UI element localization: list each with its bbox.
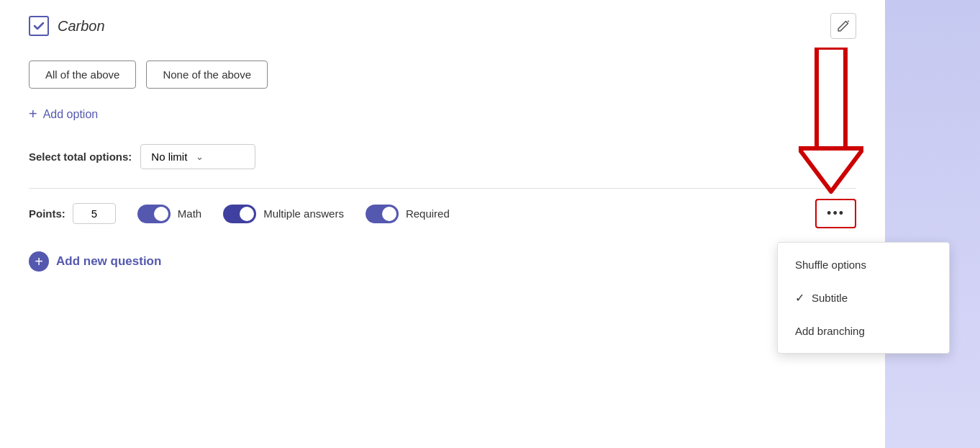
select-total-label: Select total options: [29,151,132,163]
right-sidebar [885,0,980,448]
svg-marker-2 [799,148,863,192]
points-group: Points: [29,203,116,224]
math-toggle-group: Math [137,205,201,223]
multiple-answers-toggle-knob [240,207,254,221]
select-total-dropdown[interactable]: No limit ⌄ [140,144,255,169]
add-question-circle-icon: + [29,251,49,272]
carbon-label: Carbon [58,18,822,35]
add-branching-label: Add branching [795,325,865,337]
svg-point-0 [848,21,849,22]
select-total-row: Select total options: No limit ⌄ [29,144,856,169]
none-of-above-button[interactable]: None of the above [146,61,268,89]
required-toggle-group: Required [366,205,450,223]
multiple-answers-toggle[interactable] [223,205,256,223]
all-of-above-button[interactable]: All of the above [29,61,136,89]
math-toggle[interactable] [137,205,171,223]
math-toggle-knob [154,207,168,221]
select-total-value: No limit [151,151,187,163]
carbon-checkbox[interactable] [29,16,49,36]
add-branching-item[interactable]: Add branching [778,315,949,347]
points-input[interactable] [73,203,116,224]
carbon-row: Carbon [29,13,856,45]
option-buttons-row: All of the above None of the above [29,61,856,89]
svg-rect-1 [817,48,845,148]
subtitle-label: Subtitle [812,292,848,304]
edit-icon-button[interactable] [830,13,856,39]
add-option-label: Add option [43,108,99,121]
math-label: Math [178,207,201,220]
red-arrow-annotation [799,48,863,202]
points-label: Points: [29,207,65,220]
multiple-answers-toggle-group: Multiple answers [223,205,344,223]
add-new-question-row[interactable]: + Add new question [29,251,856,272]
bottom-bar: Points: Math Multiple answers Requi [29,188,856,238]
required-label: Required [406,207,450,220]
dropdown-chevron-icon: ⌄ [196,151,204,162]
subtitle-item[interactable]: ✓ Subtitle [778,281,949,315]
more-options-button[interactable]: ••• [815,199,856,228]
add-question-label: Add new question [56,254,161,269]
required-toggle[interactable] [366,205,399,223]
shuffle-options-item[interactable]: Shuffle options [778,248,949,281]
add-option-plus-icon: + [29,106,37,122]
subtitle-checkmark-icon: ✓ [795,291,804,305]
more-options-dropdown: Shuffle options ✓ Subtitle Add branching [777,242,950,354]
multiple-answers-label: Multiple answers [263,207,344,220]
shuffle-options-label: Shuffle options [795,259,866,271]
required-toggle-knob [382,207,396,221]
add-option-row[interactable]: + Add option [29,106,856,122]
